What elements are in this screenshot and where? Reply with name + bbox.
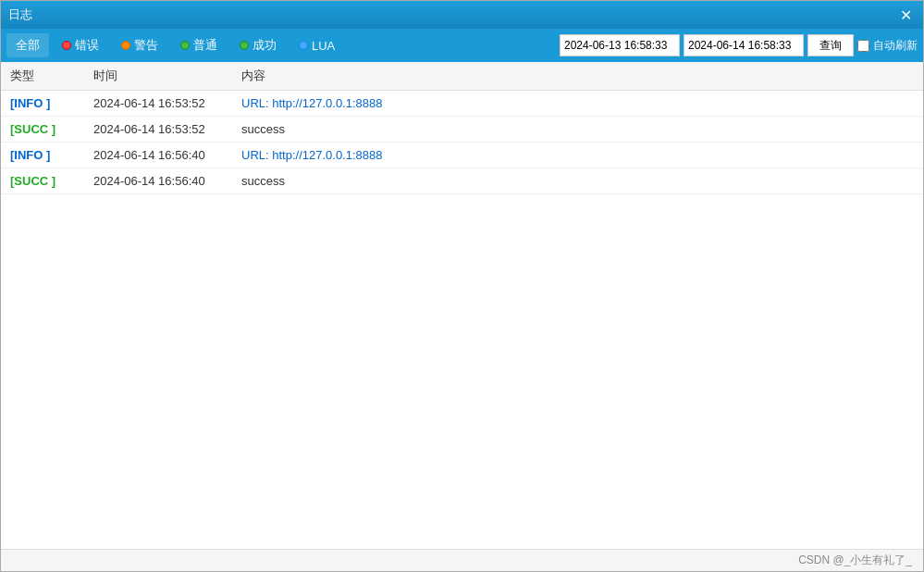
cell-content: success <box>232 168 923 194</box>
table-header-row: 类型 时间 内容 <box>1 62 923 91</box>
lua-dot-icon <box>299 41 308 50</box>
table-row: [SUCC ]2024-06-14 16:53:52success <box>1 117 923 143</box>
log-table: 类型 时间 内容 [INFO ]2024-06-14 16:53:52URL: … <box>1 62 923 194</box>
warning-dot-icon <box>121 41 130 50</box>
col-header-type: 类型 <box>1 62 84 91</box>
filter-warning-button[interactable]: 警告 <box>112 33 167 57</box>
table-body: [INFO ]2024-06-14 16:53:52URL: http://12… <box>1 91 923 194</box>
normal-dot-icon <box>180 41 190 50</box>
toolbar: 全部 错误 警告 普通 成功 LUA 查询 自动刷新 <box>1 29 923 62</box>
close-button[interactable]: ✕ <box>896 6 916 24</box>
auto-refresh-text: 自动刷新 <box>873 38 918 54</box>
filter-success-label: 成功 <box>253 37 277 54</box>
cell-type: [SUCC ] <box>1 168 84 194</box>
filter-success-button[interactable]: 成功 <box>230 33 286 57</box>
filter-warning-label: 警告 <box>134 37 158 54</box>
success-dot-icon <box>240 41 249 50</box>
table-row: [INFO ]2024-06-14 16:53:52URL: http://12… <box>1 91 923 117</box>
error-dot-icon <box>62 41 71 50</box>
cell-type: [SUCC ] <box>1 117 84 143</box>
cell-type: [INFO ] <box>1 91 84 117</box>
cell-content: success <box>232 117 923 143</box>
cell-time: 2024-06-14 16:53:52 <box>84 117 232 143</box>
col-header-content: 内容 <box>232 62 923 91</box>
table-row: [SUCC ]2024-06-14 16:56:40success <box>1 168 923 194</box>
filter-normal-label: 普通 <box>193 37 217 54</box>
window-title: 日志 <box>8 6 896 23</box>
main-window: 日志 ✕ 全部 错误 警告 普通 成功 LUA 查询 <box>0 0 924 572</box>
title-bar: 日志 ✕ <box>1 1 923 29</box>
query-button[interactable]: 查询 <box>807 34 854 56</box>
filter-all-label: 全部 <box>16 37 40 54</box>
table-row: [INFO ]2024-06-14 16:56:40URL: http://12… <box>1 143 923 168</box>
filter-error-button[interactable]: 错误 <box>53 33 108 57</box>
cell-time: 2024-06-14 16:56:40 <box>84 168 232 194</box>
filter-error-label: 错误 <box>75 37 99 54</box>
filter-all-button[interactable]: 全部 <box>6 33 49 57</box>
cell-time: 2024-06-14 16:53:52 <box>84 91 232 117</box>
date-start-input[interactable] <box>560 34 680 56</box>
auto-refresh-checkbox[interactable] <box>857 40 869 52</box>
cell-content: URL: http://127.0.0.1:8888 <box>232 143 923 168</box>
col-header-time: 时间 <box>84 62 232 91</box>
filter-normal-button[interactable]: 普通 <box>171 33 227 57</box>
auto-refresh-label: 自动刷新 <box>857 38 918 54</box>
cell-time: 2024-06-14 16:56:40 <box>84 143 232 168</box>
footer: CSDN @_小生有礼了_ <box>1 549 923 571</box>
filter-lua-button[interactable]: LUA <box>290 33 344 57</box>
cell-content: URL: http://127.0.0.1:8888 <box>232 91 923 117</box>
date-end-input[interactable] <box>684 34 804 56</box>
footer-text: CSDN @_小生有礼了_ <box>798 553 912 568</box>
table-area: 类型 时间 内容 [INFO ]2024-06-14 16:53:52URL: … <box>1 62 923 549</box>
cell-type: [INFO ] <box>1 143 84 168</box>
filter-lua-label: LUA <box>312 39 335 53</box>
